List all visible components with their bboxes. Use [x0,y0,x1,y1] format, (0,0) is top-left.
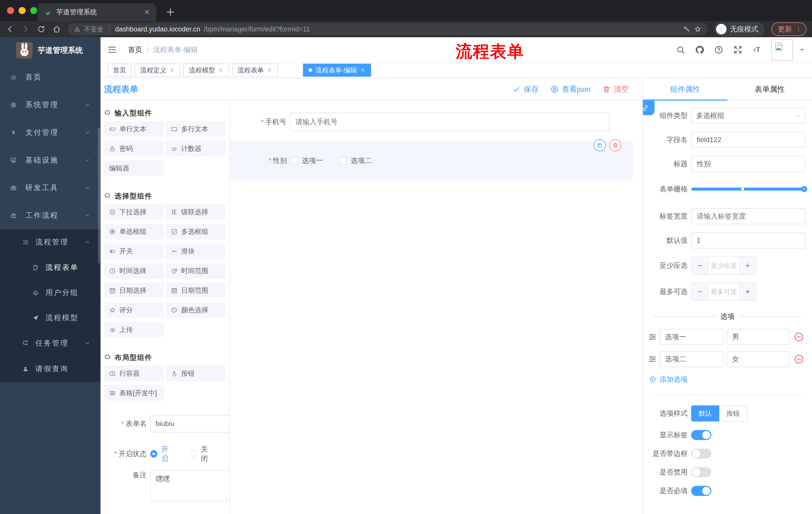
label-width-input[interactable] [691,208,806,224]
address-bar[interactable]: 不安全 dashboard.yudao.iocoder.cn /bpm/mana… [68,23,707,35]
gender-option-1-checkbox[interactable]: 选项一 [290,156,323,165]
palette-item-upload[interactable]: 上传 [104,322,164,337]
increase-button[interactable] [740,257,756,274]
sidebar-item-infrastructure[interactable]: 基础设施 [0,146,100,174]
palette-item-rate[interactable]: 评分 [104,302,164,318]
option-label-input[interactable] [660,329,724,345]
view-json-button[interactable]: 查看json [550,84,591,94]
browser-tab[interactable]: 芋道管理系统 [38,3,156,21]
help-icon[interactable] [714,45,724,55]
fullscreen-icon[interactable] [733,45,743,55]
window-zoom-button[interactable] [30,7,37,14]
breadcrumb-home[interactable]: 首页 [128,45,142,55]
palette-item-date-picker[interactable]: 日期选择 [104,283,164,298]
update-button[interactable]: 更新 [771,22,807,36]
phone-field-row[interactable]: 手机号 [230,113,642,131]
form-remark-textarea[interactable] [150,470,230,502]
drag-handle-icon[interactable] [648,355,657,363]
component-type-select[interactable]: 多选框组 [691,108,806,124]
option-label-input[interactable] [660,351,724,367]
palette-item-date-range[interactable]: 日期范围 [166,283,226,298]
reload-button[interactable] [37,25,46,34]
github-icon[interactable] [695,45,704,55]
gender-option-2-checkbox[interactable]: 选项二 [339,156,372,165]
clear-button[interactable]: 清空 [602,84,629,94]
hamburger-icon[interactable] [107,45,117,55]
search-icon[interactable] [676,45,685,55]
sidebar-item-leave-query[interactable]: 请假查询 [0,356,100,382]
sidebar-scrollbar[interactable] [98,128,100,264]
form-grid-slider[interactable] [691,181,806,197]
remove-option-icon[interactable] [793,331,805,343]
home-button[interactable] [52,25,61,34]
tag-process-model[interactable]: 流程模型 [183,64,229,77]
tag-process-definition[interactable]: 流程定义 [135,64,180,77]
title-input[interactable] [691,156,806,172]
status-off-radio[interactable]: 关闭 [190,444,214,463]
tag-close-icon[interactable] [218,67,224,73]
style-default-button[interactable]: 默认 [691,405,719,422]
default-value-input[interactable] [691,232,806,248]
browser-menu-icon[interactable] [795,26,802,32]
palette-item-cascader[interactable]: 级联选择 [166,204,226,220]
palette-item-time-picker[interactable]: 时间选择 [104,263,164,279]
with-border-toggle[interactable] [691,449,711,459]
disabled-toggle[interactable] [691,467,711,477]
palette-item-multi-line-text[interactable]: 多行文本 [166,121,226,137]
back-button[interactable] [5,25,14,34]
style-button-button[interactable]: 按钮 [719,405,748,422]
field-name-input[interactable] [691,132,806,148]
not-secure-label[interactable]: 不安全 [84,25,104,34]
avatar[interactable] [771,39,793,61]
sidebar-item-user-group[interactable]: 用户分组 [0,280,100,305]
save-button[interactable]: 保存 [512,84,539,94]
tab-close-icon[interactable] [144,9,150,15]
forward-button[interactable] [21,25,30,34]
option-value-input[interactable] [727,329,789,345]
checkbox-icon[interactable] [339,157,347,164]
slider-handle[interactable] [801,186,807,192]
palette-item-table[interactable]: 表格[开发中] [104,385,164,401]
tab-form-props[interactable]: 表单属性 [728,78,812,100]
gender-field-selected[interactable]: 性别 选项一选项二 [230,141,633,181]
decrease-button[interactable] [692,283,708,300]
palette-item-switch[interactable]: 开关 [104,243,164,259]
tab-component-props[interactable]: 组件属性 [643,78,728,100]
form-canvas[interactable]: 手机号 性别 选项一选项二 [230,101,642,514]
palette-item-radio-group[interactable]: 单选框组 [104,224,164,239]
sidebar-item-process-form[interactable]: 流程表单 [0,255,100,280]
tag-close-icon[interactable] [267,67,272,73]
palette-item-time-range[interactable]: 时间范围 [166,263,226,279]
phone-input[interactable] [290,113,609,131]
palette-item-editor[interactable]: 编辑器 [104,160,164,176]
sidebar-item-payment-mgmt[interactable]: ¥支付管理 [0,119,100,146]
status-on-radio[interactable]: 开启 [150,444,174,463]
window-close-button[interactable] [7,7,14,14]
sidebar-item-dev-tools[interactable]: 研发工具 [0,174,100,202]
palette-item-counter[interactable]: 123计数器 [166,141,226,156]
form-name-input[interactable] [150,415,230,433]
show-label-toggle[interactable] [691,430,711,440]
drag-handle-icon[interactable] [648,332,657,342]
resize-grip-icon[interactable] [224,495,228,500]
palette-item-button[interactable]: 按钮 [166,366,226,381]
palette-item-color-picker[interactable]: 颜色选择 [166,302,226,318]
palette-item-single-line-text[interactable]: 单行文本 [104,121,164,137]
bookmark-star-icon[interactable] [694,25,701,33]
password-key-icon[interactable] [683,25,690,33]
palette-item-checkbox-group[interactable]: 多选框组 [166,224,226,239]
window-minimize-button[interactable] [19,7,26,14]
decrease-button[interactable] [692,257,708,274]
tag-home[interactable]: 首页 [108,64,132,77]
palette-item-row-container[interactable]: 行容器 [104,366,164,381]
tag-process-form-edit[interactable]: 流程表单-编辑 [303,64,371,77]
sidebar-item-process-mgmt[interactable]: 流程管理 [0,229,100,255]
sidebar-item-task-mgmt[interactable]: 任务管理 [0,330,100,356]
option-value-input[interactable] [727,351,789,367]
sidebar-item-system-mgmt[interactable]: 系统管理 [0,91,100,119]
link-badge[interactable] [643,101,655,115]
sidebar-item-home[interactable]: 首页 [0,63,100,91]
add-option-button[interactable]: 添加选项 [649,375,812,384]
tag-process-form[interactable]: 流程表单 [232,64,278,77]
tag-close-icon[interactable] [360,67,366,73]
